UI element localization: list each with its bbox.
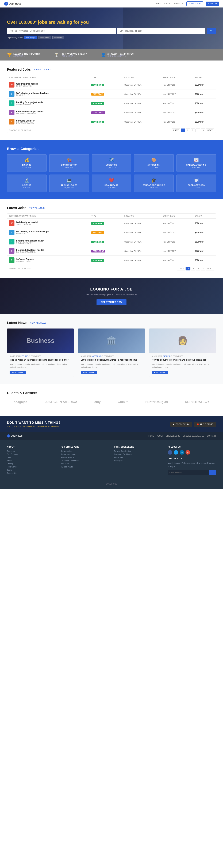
footer-link[interactable]: Add a Job <box>114 456 163 458</box>
read-more-button[interactable]: READ MORE <box>81 371 97 374</box>
latest-pagination-controls: PREV1234NEXT <box>177 267 214 271</box>
social-icon-g+[interactable]: g+ <box>186 450 190 455</box>
job-title-input[interactable] <box>7 28 116 34</box>
newsletter-submit[interactable]: → <box>209 470 216 475</box>
cta-button[interactable]: GET STARTED NOW <box>97 299 126 305</box>
latest-col-salary: SALARY <box>193 214 216 218</box>
footer-nav-link-contact[interactable]: CONTACT <box>207 435 216 437</box>
footer-link[interactable]: Pricing <box>7 463 55 465</box>
page-1-btn[interactable]: 1 <box>181 128 185 132</box>
table-row[interactable]: S Software Engineer ORGANULLY LTD FULL T… <box>7 256 216 265</box>
page-2-btn[interactable]: 2 <box>191 267 195 271</box>
prev-page-btn[interactable]: PREV <box>172 128 180 132</box>
page-1-btn[interactable]: 1 <box>186 267 190 271</box>
footer-nav-links: HOMEABOUTBROWSE JOBSBROWSE CANDIDATESCON… <box>148 435 216 437</box>
footer-link[interactable]: Student resume <box>61 456 109 458</box>
page-3-btn[interactable]: 3 <box>196 267 200 271</box>
read-more-button[interactable]: READ MORE <box>152 371 168 374</box>
footer-link[interactable]: Blog <box>7 456 55 458</box>
location-input[interactable] <box>117 28 205 34</box>
keyword-accountant[interactable]: accountant <box>38 36 51 39</box>
page-...-btn[interactable]: ... <box>195 128 200 132</box>
footer-link[interactable]: Contact Us <box>7 472 55 474</box>
logo[interactable]: J JOBPRESS <box>4 2 22 6</box>
footer-link[interactable]: Packages <box>114 460 163 462</box>
table-row[interactable]: F Front end developer needed POLIDO CORP… <box>7 108 216 117</box>
table-row[interactable]: C Looking for a project leader COMPANY A… <box>7 237 216 246</box>
page-3-btn[interactable]: 3 <box>191 128 195 132</box>
table-row[interactable]: W Web Designer needed SINGLY CREATIVE FU… <box>7 218 216 228</box>
category-icon: 🎓 <box>137 178 171 183</box>
footer-link[interactable]: Team <box>7 469 55 471</box>
footer-link[interactable]: My Bookmarks <box>61 466 109 468</box>
footer-link[interactable]: Browse categories <box>61 453 109 455</box>
page-4-btn[interactable]: 4 <box>201 267 205 271</box>
nav-signup[interactable]: SIGN UP <box>206 2 219 6</box>
nav-contact[interactable]: Contact Us <box>173 2 183 5</box>
footer-link[interactable]: Add a Job <box>61 463 109 465</box>
page-8-btn[interactable]: 8 <box>201 128 205 132</box>
category-card-food-services[interactable]: 🍽️ FOOD SERVICES 717 Jobs <box>177 175 216 192</box>
footer-nav-link-browse-candidates[interactable]: BROWSE CANDIDATES <box>183 435 204 437</box>
page-2-btn[interactable]: 2 <box>186 128 190 132</box>
search-button[interactable]: 🔍 <box>207 28 216 34</box>
category-card-education-training[interactable]: 🎓 EDUCATION/TRAINING 1310 Jobs <box>134 175 174 192</box>
newsletter-input[interactable] <box>168 470 209 475</box>
google-play-button[interactable]: ▶ GOOGLE PLAY <box>170 422 192 427</box>
keyword-car-dealer[interactable]: car dealer <box>53 36 64 39</box>
category-card-logistics[interactable]: ✈️ LOGISTICS 3,567 Jobs <box>92 154 131 172</box>
news-view-all[interactable]: VIEW ALL NEWS → <box>30 322 49 324</box>
table-row[interactable]: S Software Engineer BOUNCER PUBLISHER FU… <box>7 117 216 126</box>
social-icon-t[interactable]: t <box>174 450 178 455</box>
footer-logo[interactable]: J JOBPRESS <box>7 434 23 437</box>
nav-links: Home About Contact Us POST A JOB SIGN UP <box>156 1 219 6</box>
read-more-button[interactable]: READ MORE <box>9 371 26 374</box>
keywords-label: Popular keywords: <box>7 37 23 39</box>
next-page-btn[interactable]: NEXT <box>206 267 214 271</box>
category-card-technologies[interactable]: 💻 TECHNOLOGIES 40,586 Jobs <box>49 175 89 192</box>
footer-nav-link-about[interactable]: ABOUT <box>157 435 163 437</box>
table-row[interactable]: B We're hiring a fullstack developer BRA… <box>7 228 216 237</box>
stat-salary-link[interactable]: LEARN MORE → <box>61 55 87 57</box>
category-card-healthcare[interactable]: ❤️ HEALTHCARE 3029 Jobs <box>92 175 131 192</box>
category-card-science[interactable]: 🔬 SCIENCE 475 Jobs <box>7 175 46 192</box>
next-page-btn[interactable]: NEXT <box>206 128 214 132</box>
table-row[interactable]: B We're hiring a fullstack developer BRA… <box>7 89 216 99</box>
category-card-construction[interactable]: 🏗️ CONSTRUCTION 1,056 Jobs <box>49 154 89 172</box>
footer-link[interactable]: Browse Candidates <box>114 450 163 452</box>
footer-link[interactable]: Help Center <box>7 466 55 468</box>
footer-link[interactable]: Browse Jobs <box>61 450 109 452</box>
footer-bottom: CONDITIONS <box>7 480 216 485</box>
footer-link[interactable]: Our Partners <box>7 453 55 455</box>
footer-link[interactable]: Company <box>7 450 55 452</box>
stat-industry-link[interactable]: ABOUT US → <box>13 55 40 57</box>
stat-candidates-link[interactable]: OUR COMMUNITY → <box>107 55 134 57</box>
category-count: 2,060 Jobs <box>137 166 171 168</box>
social-icon-in[interactable]: in <box>180 450 184 455</box>
category-icon: ❤️ <box>94 178 129 183</box>
prev-page-btn[interactable]: PREV <box>177 267 186 271</box>
footer-link[interactable]: Company Dashboard <box>114 453 163 455</box>
col-location: LOCATION <box>123 75 161 80</box>
nav-post-job[interactable]: POST A JOB <box>186 1 203 6</box>
apple-store-button[interactable]: 🍎 APPLE STORE <box>194 422 216 427</box>
category-card-finance[interactable]: 💰 FINANCE 4,056 Jobs <box>7 154 46 172</box>
footer-link[interactable]: Press <box>7 460 55 462</box>
footer-nav-link-home[interactable]: HOME <box>148 435 154 437</box>
category-icon: 💻 <box>52 178 86 183</box>
footer-link[interactable]: Candidate Dashboard <box>61 460 109 462</box>
footer-nav-link-browse-jobs[interactable]: BROWSE JOBS <box>166 435 180 437</box>
table-row[interactable]: W Web Designer needed SINGLY CREATIVE FU… <box>7 80 216 89</box>
social-icon-f[interactable]: f <box>168 450 172 455</box>
latest-jobs-title: Latest Jobs <box>7 206 26 210</box>
category-card-sales-marketing[interactable]: 📈 SALES/MARKETING 2,565 Jobs <box>177 154 216 172</box>
keyword-web-design[interactable]: web-design <box>24 36 37 39</box>
table-row[interactable]: F Front end developer needed POLIDO CORP… <box>7 246 216 256</box>
table-row[interactable]: C Looking for a project leader COMPANY A… <box>7 99 216 108</box>
latest-jobs-section: Latest Jobs VIEW ALL JOBS → JOB TITLE / … <box>0 199 223 278</box>
featured-jobs-view-all[interactable]: VIEW ALL JOBS → <box>34 68 52 71</box>
nav-about[interactable]: About <box>164 2 170 5</box>
latest-jobs-view-all[interactable]: VIEW ALL JOBS → <box>29 207 47 209</box>
category-card-art-design[interactable]: 🎨 ART/DESIGN 2,060 Jobs <box>134 154 174 172</box>
nav-home[interactable]: Home <box>156 2 161 5</box>
